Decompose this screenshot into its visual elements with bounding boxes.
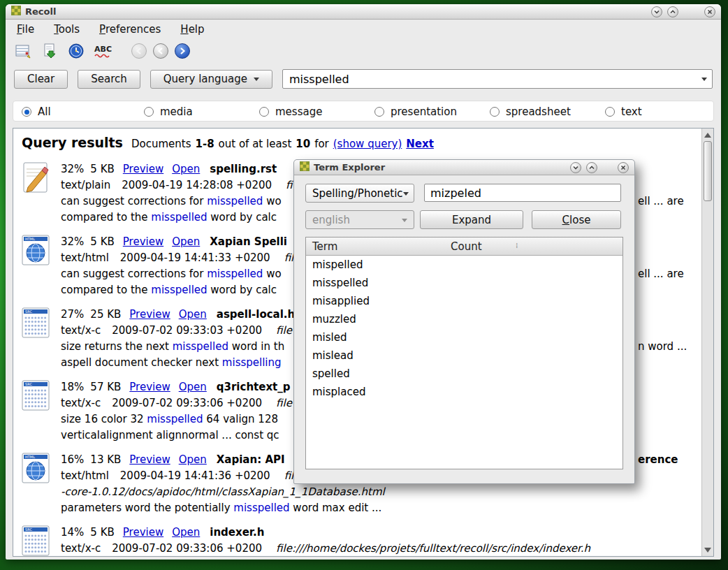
doc-url: file [276,324,292,337]
shade-button[interactable] [651,6,662,17]
query-language-dropdown[interactable]: Query language [150,70,272,89]
doc-url: fil [284,469,294,482]
preview-link[interactable]: Preview [129,381,170,393]
term-row[interactable]: muzzled [306,310,623,328]
menu-help[interactable]: Help [180,23,204,36]
snippet-tail: ell ... are [638,266,684,282]
source-file-icon: SRC [20,307,51,371]
term-cell: muzzled [306,313,444,326]
open-link[interactable]: Open [179,308,207,321]
term-row[interactable]: spelled [306,365,623,383]
expand-button[interactable]: Expand [420,210,523,229]
term-row[interactable]: mislead [306,346,623,365]
snippet-line: can suggest corrections for misspelled w… [61,193,293,210]
radio-icon [22,107,31,117]
search-button[interactable]: Search [78,70,140,89]
scroll-down-button[interactable] [702,545,713,556]
history-icon[interactable] [67,42,85,60]
filter-text[interactable]: text [605,101,642,122]
filter-presentation[interactable]: presentation [374,101,457,122]
arrow-left-icon [135,45,143,58]
term-cell: mislead [306,349,444,362]
toolbar: ABC [6,39,721,63]
preview-link[interactable]: Preview [123,163,163,175]
close-icon [620,161,627,174]
search-term-highlight: misspelled [173,340,228,353]
svg-text:HTML: HTML [25,455,35,459]
maximize-button[interactable] [667,6,678,17]
term-cell: misplaced [306,386,444,398]
scroll-up-button[interactable] [702,129,713,140]
next-page-button[interactable] [175,43,190,59]
term-row[interactable]: misplaced [306,383,623,401]
snippet-line: parameters word the potentially misspell… [61,500,385,516]
filter-spreadsheet[interactable]: spreadsheet [490,101,571,122]
open-link[interactable]: Open [179,381,207,393]
search-row: Clear Search Query language misspelled [6,63,721,92]
menu-file[interactable]: File [17,23,34,36]
doc-size: 13 KB [90,453,121,466]
results-scrollbar [701,129,713,556]
snippet-line: can suggest corrections for misspelled w… [61,266,293,282]
spellcheck-icon[interactable]: ABC [94,42,112,60]
doc-url: file [276,397,292,409]
scrollbar-thumb[interactable] [704,141,712,201]
mime-type: text/html [61,251,109,264]
term-cell: spelled [306,367,444,380]
menu-preferences[interactable]: Preferences [99,23,161,36]
dialog-close-action-button[interactable]: Close [532,210,621,229]
search-input-value: misspelled [283,73,697,86]
window-title: Recoll [25,6,56,17]
term-row[interactable]: misapplied [306,292,623,310]
previous-page-button[interactable] [153,43,168,59]
relevance-percent: 16% [61,453,84,466]
chevron-down-icon[interactable] [697,74,712,84]
doc-date: 2009-04-19 14:41:36 +0200 [120,469,270,482]
preview-link[interactable]: Preview [129,308,170,321]
first-page-button[interactable] [131,43,147,59]
expansion-mode-dropdown[interactable]: Spelling/Phonetic [305,184,414,203]
filter-media[interactable]: media [144,101,193,122]
term-row[interactable]: misled [306,328,623,346]
chevron-down-icon [572,161,579,174]
doc-title: Xapian: API [217,453,289,466]
filter-message[interactable]: message [259,101,322,122]
mime-type: text/plain [61,179,110,191]
clear-button[interactable]: Clear [14,70,68,89]
result-total: 10 [296,138,310,150]
mime-type: text/x-c [61,397,101,409]
mime-type: text/x-c [61,542,101,555]
clear-search-icon[interactable] [14,42,32,60]
chevron-down-icon [402,219,407,225]
open-link[interactable]: Open [172,163,200,175]
menu-tools[interactable]: Tools [54,23,80,36]
column-header-count[interactable]: Count [444,238,521,256]
column-header-term[interactable]: Term [306,238,444,256]
doc-date: 2009-07-02 09:33:06 +0200 [112,542,262,555]
filter-all[interactable]: All [22,101,51,122]
arrow-right-icon [178,45,187,58]
show-query-link[interactable]: (show query) [333,138,402,150]
preview-link[interactable]: Preview [129,453,170,466]
open-link[interactable]: Open [172,526,200,539]
preview-link[interactable]: Preview [123,526,163,539]
relevance-percent: 32% [61,163,84,175]
open-link[interactable]: Open [179,453,207,466]
open-link[interactable]: Open [172,235,200,248]
header-splitter-icon[interactable]: ⁞ [516,241,518,250]
dialog-shade-button[interactable] [570,162,581,173]
dialog-close-button[interactable] [618,162,629,173]
update-index-icon[interactable] [41,42,59,60]
preview-link[interactable]: Preview [123,235,163,248]
term-row[interactable]: mispelled [306,256,623,274]
search-input[interactable]: misspelled [282,69,713,89]
next-page-link[interactable]: Next [406,138,434,150]
term-table-body: mispelledmisspelledmisappliedmuzzledmisl… [306,256,623,401]
term-input[interactable]: mizpeled [424,184,621,202]
dialog-maximize-button[interactable] [586,162,597,173]
snippet-line: -core-1.0.12/docs/apidoc/html/classXapia… [61,484,385,500]
close-button[interactable] [704,6,715,17]
window-titlebar: Recoll [6,4,721,20]
svg-text:SRC: SRC [25,527,32,532]
term-row[interactable]: misspelled [306,274,623,292]
